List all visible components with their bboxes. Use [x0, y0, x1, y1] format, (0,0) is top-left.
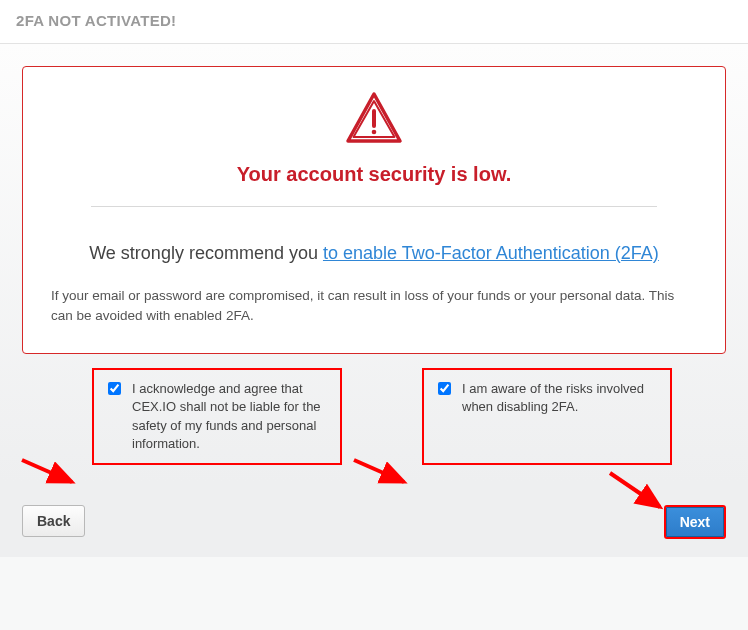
aware-risks-label: I am aware of the risks involved when di…: [462, 380, 658, 416]
svg-point-1: [372, 130, 377, 135]
page-title: 2FA NOT ACTIVATED!: [16, 12, 732, 29]
acknowledgement-row: I acknowledge and agree that CEX.IO shal…: [22, 368, 726, 465]
card-divider: [91, 206, 657, 207]
aware-risks-checkbox[interactable]: [438, 382, 451, 395]
back-button[interactable]: Back: [22, 505, 85, 537]
footer-bar: Back Next: [0, 483, 748, 557]
enable-2fa-link[interactable]: to enable Two-Factor Authentication (2FA…: [323, 243, 659, 263]
security-warning-card: Your account security is low. We strongl…: [22, 66, 726, 354]
acknowledge-liability-label: I acknowledge and agree that CEX.IO shal…: [132, 380, 328, 453]
warning-triangle-icon: [344, 91, 404, 149]
next-button-wrap: Next: [664, 505, 726, 539]
next-button[interactable]: Next: [664, 505, 726, 539]
recommend-text: We strongly recommend you to enable Two-…: [51, 243, 697, 264]
explain-text: If your email or password are compromise…: [51, 286, 697, 325]
acknowledge-liability-checkbox[interactable]: [108, 382, 121, 395]
recommend-prefix: We strongly recommend you: [89, 243, 323, 263]
page-root: 2FA NOT ACTIVATED! Your account security…: [0, 0, 748, 557]
aware-risks-box[interactable]: I am aware of the risks involved when di…: [422, 368, 672, 465]
content-area: Your account security is low. We strongl…: [0, 44, 748, 483]
warning-icon-row: [51, 89, 697, 149]
page-header: 2FA NOT ACTIVATED!: [0, 0, 748, 44]
security-low-heading: Your account security is low.: [51, 163, 697, 186]
acknowledge-liability-box[interactable]: I acknowledge and agree that CEX.IO shal…: [92, 368, 342, 465]
